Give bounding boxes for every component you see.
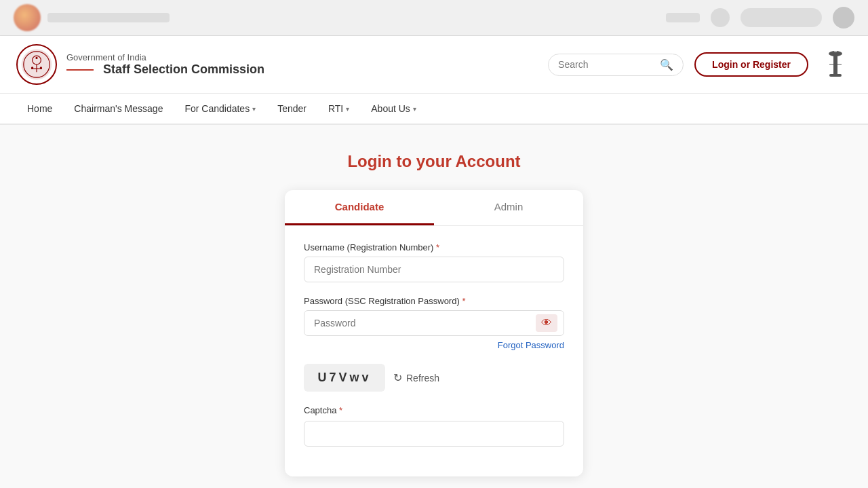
login-tabs: Candidate Admin — [285, 190, 583, 226]
nav-for-candidates[interactable]: For Candidates ▾ — [174, 94, 267, 124]
top-bar-circle-icon — [14, 4, 41, 31]
gov-label: Government of India — [66, 52, 264, 62]
rti-chevron-icon: ▾ — [346, 105, 349, 113]
header: Government of India Staff Selection Comm… — [0, 36, 868, 94]
svg-point-7 — [35, 57, 37, 59]
username-label: Username (Registration Number) * — [304, 242, 564, 252]
search-input[interactable] — [558, 59, 654, 70]
top-bar-cta — [741, 8, 822, 27]
tab-candidate[interactable]: Candidate — [285, 190, 434, 225]
captcha-label: Captcha * — [304, 405, 564, 415]
username-required-marker: * — [436, 242, 439, 252]
password-input[interactable] — [304, 310, 564, 336]
password-required-marker: * — [462, 296, 465, 306]
svg-text:☸: ☸ — [833, 48, 837, 53]
captcha-image-row: U7Vwv ↻ Refresh — [304, 364, 564, 392]
nav-about-us[interactable]: About Us ▾ — [360, 94, 427, 124]
refresh-icon: ↻ — [393, 371, 402, 384]
captcha-required-marker: * — [339, 405, 342, 415]
password-group: Password (SSC Registration Password) * 👁… — [304, 296, 564, 350]
ssc-logo — [16, 44, 57, 85]
org-label: Staff Selection Commission — [66, 62, 264, 77]
top-bar-text — [47, 13, 170, 22]
top-bar-avatar — [833, 7, 854, 29]
top-bar-links — [666, 7, 854, 29]
captcha-input[interactable] — [304, 421, 564, 447]
top-bar — [0, 0, 868, 36]
nav-tender[interactable]: Tender — [267, 94, 317, 124]
for-candidates-chevron-icon: ▾ — [252, 105, 256, 113]
nav-chairmans-message[interactable]: Chairman's Message — [63, 94, 174, 124]
header-logo-area: Government of India Staff Selection Comm… — [16, 44, 264, 85]
top-bar-logo-area — [14, 4, 170, 31]
refresh-captcha-button[interactable]: ↻ Refresh — [393, 371, 439, 384]
about-us-chevron-icon: ▾ — [413, 105, 416, 113]
username-group: Username (Registration Number) * — [304, 242, 564, 282]
top-bar-user-icon — [711, 8, 730, 27]
header-right: 🔍 Login or Register ☸ — [548, 45, 852, 83]
search-box[interactable]: 🔍 — [548, 54, 684, 76]
svg-rect-8 — [833, 54, 837, 74]
username-input[interactable] — [304, 257, 564, 282]
svg-point-5 — [31, 67, 33, 69]
login-card: Candidate Admin Username (Registration N… — [285, 190, 583, 476]
login-register-button[interactable]: Login or Register — [694, 52, 808, 77]
nav-home[interactable]: Home — [16, 94, 63, 124]
forgot-password-link[interactable]: Forgot Password — [498, 340, 564, 350]
header-title-block: Government of India Staff Selection Comm… — [66, 52, 264, 77]
page-title: Login to your Account — [347, 152, 520, 171]
password-label: Password (SSC Registration Password) * — [304, 296, 564, 306]
captcha-image: U7Vwv — [304, 364, 385, 392]
captcha-group: Captcha * — [304, 405, 564, 447]
main-content: Login to your Account Candidate Admin Us… — [0, 125, 868, 488]
search-icon[interactable]: 🔍 — [660, 58, 673, 71]
svg-point-6 — [40, 67, 42, 69]
ashoka-emblem: ☸ — [819, 45, 852, 83]
toggle-password-button[interactable]: 👁 — [536, 314, 557, 332]
top-bar-link1 — [666, 13, 700, 22]
form-body: Username (Registration Number) * Passwor… — [285, 226, 583, 476]
tab-admin[interactable]: Admin — [434, 190, 583, 225]
main-nav: Home Chairman's Message For Candidates ▾… — [0, 94, 868, 125]
nav-rti[interactable]: RTI ▾ — [317, 94, 360, 124]
password-wrapper: 👁 — [304, 310, 564, 336]
svg-rect-10 — [829, 74, 842, 77]
refresh-label: Refresh — [406, 373, 439, 383]
forgot-row: Forgot Password — [304, 340, 564, 350]
